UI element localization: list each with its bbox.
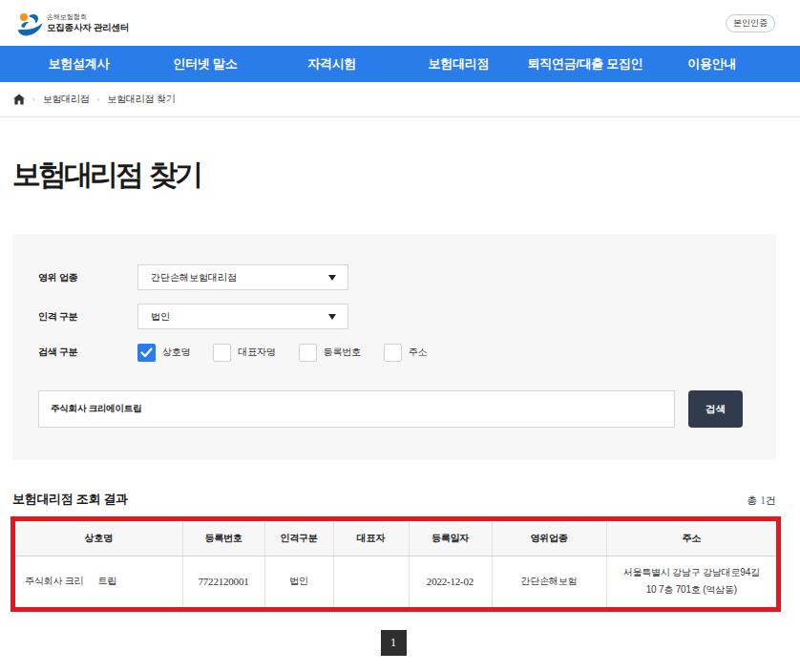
- table-header-row: 상호명 등록번호 인격구분 대표자 등록일자 영위업종 주소: [15, 521, 776, 556]
- header-business-type: 영위업종: [492, 521, 606, 556]
- cell-representative: [333, 556, 409, 607]
- checkbox-icon: [137, 344, 156, 362]
- entity-type-row: 인격 구분 법인: [38, 304, 743, 329]
- cell-business-type: 간단손해보험: [492, 556, 606, 607]
- site-logo[interactable]: 손해보험협회 모집종사자 관리센터: [15, 10, 129, 36]
- checkbox-label: 대표자명: [238, 346, 275, 359]
- header-registration-number: 등록번호: [182, 521, 264, 556]
- header-registration-date: 등록일자: [409, 521, 492, 556]
- entity-type-label: 인격 구분: [38, 310, 137, 324]
- main-content: 보험대리점 찾기 영위 업종 간단손해보험대리점 인격 구분 법인 검색 구분 …: [12, 158, 776, 656]
- total-suffix: 건: [766, 494, 776, 506]
- header-entity-type: 인격구분: [264, 521, 333, 556]
- logo-text: 손해보험협회 모집종사자 관리센터: [47, 12, 129, 33]
- pagination: 1: [11, 630, 775, 656]
- checkbox-representative-name[interactable]: 대표자명: [213, 344, 275, 362]
- company-name-part1: 주식회사 크리: [25, 576, 83, 586]
- checkbox-company-name[interactable]: 상호명: [137, 344, 190, 362]
- search-type-label: 검색 구분: [38, 346, 137, 359]
- business-type-row: 영위 업종 간단손해보험대리점: [38, 264, 743, 290]
- nav-item-insurance-planner[interactable]: 보험설계사: [15, 46, 142, 82]
- results-header: 보험대리점 조회 결과 총 1건: [12, 491, 776, 508]
- checkbox-icon: [213, 344, 231, 362]
- company-name-part2: 트립: [97, 576, 116, 586]
- header-company-name: 상호명: [15, 521, 182, 556]
- knia-logo-icon: [17, 13, 43, 36]
- nav-item-retirement-pension-loan[interactable]: 퇴직연금/대출 모집인: [522, 46, 649, 82]
- checkbox-icon: [384, 344, 402, 362]
- chevron-down-icon: [328, 275, 336, 281]
- entity-type-value: 법인: [151, 310, 170, 324]
- nav-item-insurance-agency[interactable]: 보험대리점: [395, 46, 522, 82]
- identity-verification-button[interactable]: 본인인증: [726, 14, 775, 32]
- main-nav: 보험설계사 인터넷 말소 자격시험 보험대리점 퇴직연금/대출 모집인 이용안내: [0, 46, 800, 82]
- logo-site-name: 모집종사자 관리센터: [47, 22, 129, 33]
- results-title: 보험대리점 조회 결과: [12, 491, 128, 508]
- search-button[interactable]: 검색: [688, 390, 743, 428]
- header-address: 주소: [606, 521, 776, 556]
- results-table: 상호명 등록번호 인격구분 대표자 등록일자 영위업종 주소 주식회사 크리트립…: [15, 521, 776, 607]
- page-number-1[interactable]: 1: [381, 630, 407, 656]
- cell-address: 서울특별시 강남구 강남대로94길10 7층 701호 (역삼동): [606, 556, 776, 607]
- address-line2: 10 7층 701호 (역삼동): [646, 584, 737, 595]
- nav-item-usage-guide[interactable]: 이용안내: [648, 46, 775, 82]
- checkbox-address[interactable]: 주소: [384, 344, 428, 362]
- cell-registration-date: 2022-12-02: [409, 556, 492, 607]
- site-header: 손해보험협회 모집종사자 관리센터 본인인증: [0, 0, 800, 46]
- breadcrumb-separator-icon: ›: [97, 95, 100, 104]
- total-prefix: 총: [747, 494, 760, 506]
- search-type-row: 검색 구분 상호명 대표자명 등록번호: [38, 343, 743, 362]
- breadcrumb: › 보험대리점 › 보험대리점 찾기: [0, 82, 800, 117]
- breadcrumb-separator-icon: ›: [32, 95, 35, 104]
- cell-entity-type: 법인: [264, 556, 333, 607]
- checkbox-icon: [299, 344, 317, 362]
- cell-registration-number: 7722120001: [182, 556, 264, 607]
- breadcrumb-agency-search[interactable]: 보험대리점 찾기: [107, 93, 175, 106]
- checkbox-label: 상호명: [162, 346, 190, 359]
- entity-type-select[interactable]: 법인: [137, 304, 348, 329]
- business-type-select[interactable]: 간단손해보험대리점: [137, 264, 348, 290]
- chevron-down-icon: [328, 314, 336, 320]
- table-row: 주식회사 크리트립 7722120001 법인 2022-12-02 간단손해보…: [15, 556, 776, 607]
- results-table-highlight: 상호명 등록번호 인격구분 대표자 등록일자 영위업종 주소 주식회사 크리트립…: [11, 516, 781, 612]
- results-total: 총 1건: [747, 494, 776, 508]
- header-representative: 대표자: [333, 521, 409, 556]
- checkbox-label: 주소: [409, 346, 428, 359]
- checkbox-label: 등록번호: [324, 346, 361, 359]
- keyword-input[interactable]: [38, 390, 675, 428]
- nav-item-internet-cancellation[interactable]: 인터넷 말소: [142, 46, 269, 82]
- breadcrumb-insurance-agency[interactable]: 보험대리점: [43, 93, 90, 106]
- logo-org-name: 손해보험협회: [47, 12, 129, 21]
- keyword-row: 검색: [38, 390, 743, 428]
- home-icon[interactable]: [13, 94, 25, 105]
- business-type-value: 간단손해보험대리점: [151, 271, 237, 284]
- search-panel: 영위 업종 간단손해보험대리점 인격 구분 법인 검색 구분 상호명: [12, 234, 776, 460]
- page-title: 보험대리점 찾기: [12, 158, 776, 191]
- address-line1: 서울특별시 강남구 강남대로94길: [623, 567, 760, 578]
- checkbox-registration-number[interactable]: 등록번호: [299, 344, 361, 362]
- nav-item-qualification-exam[interactable]: 자격시험: [268, 46, 395, 82]
- business-type-label: 영위 업종: [38, 271, 137, 284]
- cell-company-name: 주식회사 크리트립: [15, 556, 182, 607]
